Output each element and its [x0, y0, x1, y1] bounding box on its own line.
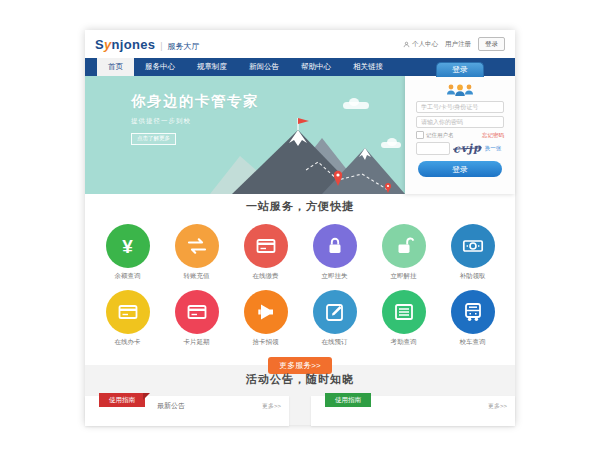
portal-page: Synjones | 服务大厅 个人中心 用户注册 登录 首页 服务中心 规章制… — [85, 30, 515, 425]
card-icon — [244, 224, 288, 268]
service-item-lost-found[interactable]: 拾卡招领 — [231, 290, 300, 347]
hero-title: 你身边的卡管专家 — [131, 92, 259, 111]
more-link[interactable]: 更多>> — [488, 402, 507, 411]
captcha-row: cvjp 换一张 — [405, 142, 515, 155]
services-grid: ¥ 余额查询 转账充值 在线缴费 立即挂失 — [85, 214, 515, 347]
service-label: 在线预订 — [322, 338, 348, 347]
nav-item-related-links[interactable]: 相关链接 — [342, 58, 394, 76]
banknote-icon — [451, 224, 495, 268]
service-item-new-card[interactable]: 在线办卡 — [93, 290, 162, 347]
service-item-attendance[interactable]: 考勤查询 — [369, 290, 438, 347]
captcha-image[interactable]: cvjp — [453, 141, 482, 155]
nav-item-service-center[interactable]: 服务中心 — [134, 58, 186, 76]
service-item-subsidy[interactable]: 补助领取 — [438, 224, 507, 281]
service-item-report-loss[interactable]: 立即挂失 — [300, 224, 369, 281]
announcement-card-right: 使用指南 更多>> — [311, 396, 515, 426]
header-login-button[interactable]: 登录 — [478, 37, 505, 51]
more-link[interactable]: 更多>> — [262, 402, 281, 411]
service-label: 考勤查询 — [391, 338, 417, 347]
announcement-cards: 使用指南 最新公告 更多>> 使用指南 更多>> — [85, 396, 515, 426]
service-item-balance[interactable]: ¥ 余额查询 — [93, 224, 162, 281]
service-label: 转账充值 — [184, 272, 210, 281]
personal-center-link[interactable]: 个人中心 — [403, 40, 438, 49]
username-input[interactable] — [416, 101, 504, 113]
nav-item-help-center[interactable]: 帮助中心 — [290, 58, 342, 76]
header-links: 个人中心 用户注册 登录 — [403, 37, 505, 51]
flag-icon — [298, 118, 309, 124]
top-header: Synjones | 服务大厅 个人中心 用户注册 登录 — [85, 30, 515, 58]
logo-wordmark: Synjones — [95, 37, 155, 52]
services-title: 一站服务，方便快捷 — [85, 199, 515, 214]
users-group-icon — [442, 82, 478, 98]
announcements-title: 活动公告，随时知晓 — [85, 372, 515, 387]
service-item-school-bus[interactable]: 校车查询 — [438, 290, 507, 347]
lock-icon — [313, 224, 357, 268]
remember-row: 记住用户名 忘记密码 — [405, 131, 515, 139]
logo-subtitle: 服务大厅 — [168, 41, 200, 52]
card-icon — [175, 290, 219, 334]
service-label: 立即解挂 — [391, 272, 417, 281]
service-item-card-extension[interactable]: 卡片延期 — [162, 290, 231, 347]
announcements-section: 活动公告，随时知晓 使用指南 最新公告 更多>> 使用指南 更多>> — [85, 365, 515, 425]
register-label: 用户注册 — [445, 40, 471, 49]
remember-label: 记住用户名 — [426, 132, 454, 139]
forgot-password-link[interactable]: 忘记密码 — [482, 132, 504, 139]
service-label: 余额查询 — [115, 272, 141, 281]
service-label: 在线办卡 — [115, 338, 141, 347]
nav-item-home[interactable]: 首页 — [97, 58, 134, 76]
card-icon — [106, 290, 150, 334]
guide-ribbon-green[interactable]: 使用指南 — [325, 393, 371, 407]
service-item-online-booking[interactable]: 在线预订 — [300, 290, 369, 347]
bus-icon — [451, 290, 495, 334]
hero-subtitle: 提供捷径一步到校 — [131, 117, 259, 126]
captcha-input[interactable] — [416, 142, 450, 155]
latest-announcements-label: 最新公告 — [157, 401, 185, 411]
service-label: 卡片延期 — [184, 338, 210, 347]
user-icon — [403, 41, 410, 48]
service-label: 在线缴费 — [253, 272, 279, 281]
guide-ribbon-red[interactable]: 使用指南 — [99, 393, 145, 407]
login-panel: 登录 记住用户名 忘记密码 cvjp 换一张 登录 — [405, 76, 515, 194]
personal-center-label: 个人中心 — [412, 40, 438, 49]
service-label: 补助领取 — [460, 272, 486, 281]
nav-item-regulations[interactable]: 规章制度 — [186, 58, 238, 76]
list-icon — [382, 290, 426, 334]
transfer-icon — [175, 224, 219, 268]
remember-checkbox[interactable] — [416, 131, 424, 139]
login-submit-button[interactable]: 登录 — [418, 161, 502, 177]
login-tab[interactable]: 登录 — [436, 62, 484, 77]
services-section: 一站服务，方便快捷 ¥ 余额查询 转账充值 在线缴费 — [85, 194, 515, 365]
edit-icon — [313, 290, 357, 334]
hero-banner: 你身边的卡管专家 提供捷径一步到校 点击了解更多 — [85, 76, 515, 194]
logo[interactable]: Synjones | 服务大厅 — [95, 37, 200, 52]
register-link[interactable]: 用户注册 — [445, 40, 471, 49]
logo-divider: | — [160, 41, 162, 51]
unlock-icon — [382, 224, 426, 268]
announcement-card-left: 使用指南 最新公告 更多>> — [85, 396, 289, 426]
hero-cta-button[interactable]: 点击了解更多 — [131, 133, 176, 145]
service-item-unfreeze[interactable]: 立即解挂 — [369, 224, 438, 281]
hero-text: 你身边的卡管专家 提供捷径一步到校 点击了解更多 — [131, 92, 259, 145]
captcha-refresh-link[interactable]: 换一张 — [485, 145, 502, 152]
service-label: 校车查询 — [460, 338, 486, 347]
megaphone-icon — [244, 290, 288, 334]
nav-item-news[interactable]: 新闻公告 — [238, 58, 290, 76]
cloud-decoration — [343, 102, 369, 109]
password-input[interactable] — [416, 116, 504, 128]
yen-icon: ¥ — [106, 224, 150, 268]
service-item-transfer[interactable]: 转账充值 — [162, 224, 231, 281]
service-item-pay-online[interactable]: 在线缴费 — [231, 224, 300, 281]
service-label: 立即挂失 — [322, 272, 348, 281]
service-label: 拾卡招领 — [253, 338, 279, 347]
